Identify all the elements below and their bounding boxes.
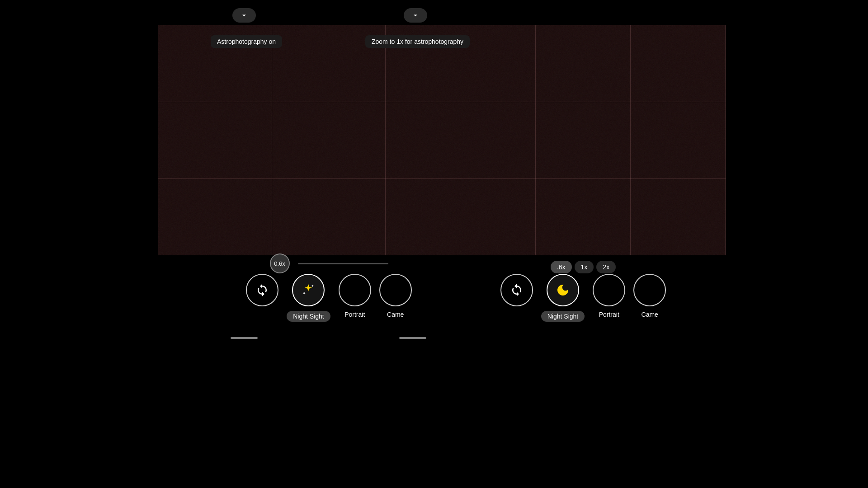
camera-label-left: Came	[387, 311, 404, 318]
flip-button-left[interactable]	[246, 274, 278, 306]
viewfinder-right	[441, 25, 726, 255]
flip-control-left	[246, 274, 278, 306]
bottom-indicator-right	[399, 337, 426, 339]
sparkle-icon	[301, 283, 316, 297]
dropdown-right-button[interactable]	[404, 8, 427, 23]
camera-controls-right: Night Sight Portrait Came	[441, 274, 726, 322]
night-sight-label-right: Night Sight	[541, 311, 585, 322]
night-sight-control-left: Night Sight	[287, 274, 330, 322]
zoom-2x-button[interactable]: 2x	[596, 261, 616, 273]
chevron-down-icon	[411, 11, 420, 19]
camera-control-right: Came	[633, 274, 666, 318]
camera-control-left: Came	[379, 274, 412, 318]
astrophotography-tooltip-right: Zoom to 1x for astrophotography	[365, 35, 470, 48]
portrait-button-right[interactable]	[593, 274, 625, 306]
portrait-button-left[interactable]	[339, 274, 371, 306]
zoom-value-left: 0.6x	[270, 253, 290, 273]
rotate-icon	[510, 283, 524, 297]
night-sight-label-left: Night Sight	[287, 311, 330, 322]
portrait-control-right: Portrait	[593, 274, 625, 318]
night-sight-button-left[interactable]	[292, 274, 325, 306]
camera-label-right: Came	[642, 311, 658, 318]
moon-icon	[556, 283, 570, 297]
zoom-06x-button[interactable]: .6x	[551, 261, 572, 273]
viewfinder-noise-right	[441, 25, 726, 255]
camera-button-right[interactable]	[633, 274, 666, 306]
zoom-1x-button[interactable]: 1x	[575, 261, 594, 273]
portrait-label-left: Portrait	[344, 311, 365, 318]
rotate-icon	[255, 283, 269, 297]
astrophotography-tooltip-left: Astrophotography on	[211, 35, 282, 48]
zoom-buttons-right: .6x 1x 2x	[441, 261, 726, 273]
bottom-indicator-left	[231, 337, 258, 339]
portrait-control-left: Portrait	[339, 274, 371, 318]
zoom-track-left[interactable]	[298, 263, 388, 264]
portrait-label-right: Portrait	[599, 311, 619, 318]
dropdown-left-button[interactable]	[232, 8, 256, 23]
night-sight-button-right[interactable]	[547, 274, 579, 306]
camera-button-left[interactable]	[379, 274, 412, 306]
flip-control-right	[500, 274, 533, 306]
flip-button-right[interactable]	[500, 274, 533, 306]
chevron-down-icon	[240, 11, 248, 19]
night-sight-control-right: Night Sight	[541, 274, 585, 322]
